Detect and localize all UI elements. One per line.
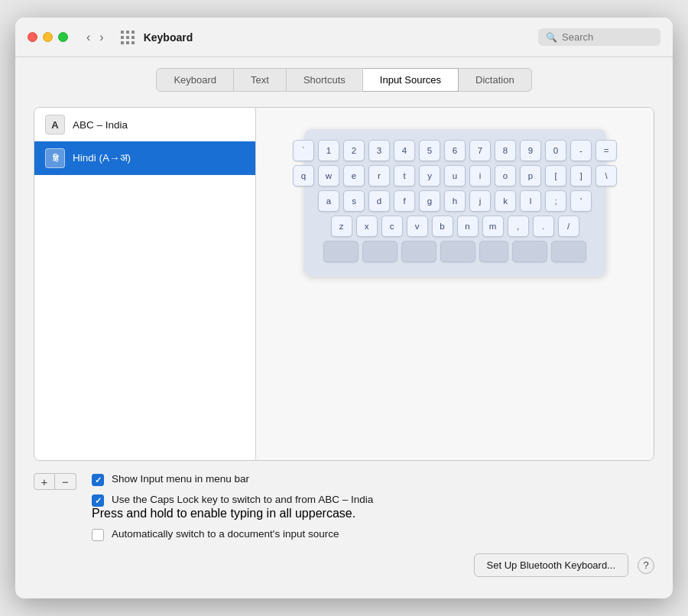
key-g[interactable]: g	[419, 190, 440, 212]
checkmark-icon: ✓	[95, 476, 102, 485]
key-quote[interactable]: '	[570, 190, 592, 212]
tab-dictation[interactable]: Dictation	[459, 68, 532, 92]
key-7[interactable]: 7	[469, 140, 491, 161]
key-y[interactable]: y	[419, 165, 440, 186]
key-q[interactable]: q	[293, 165, 314, 186]
kb-row-3: a s d f g h j k l ; '	[315, 190, 596, 212]
add-source-button[interactable]: +	[34, 473, 55, 490]
key-k[interactable]: k	[495, 190, 516, 212]
key-h[interactable]: h	[444, 190, 466, 212]
key-b[interactable]: b	[432, 216, 453, 237]
source-label-abc: ABC – India	[73, 119, 128, 131]
key-space[interactable]	[479, 241, 508, 262]
apps-grid-icon[interactable]	[121, 31, 135, 44]
options-area: ✓ Show Input menu in menu bar ✓ Use the …	[76, 473, 654, 541]
kb-row-2: q w e r t y u i o p [ ] \	[315, 165, 596, 186]
key-r[interactable]: r	[368, 165, 390, 186]
key-0[interactable]: 0	[545, 140, 566, 161]
key-p[interactable]: p	[520, 165, 541, 186]
add-remove-buttons: + −	[34, 473, 76, 490]
key-2[interactable]: 2	[343, 140, 365, 161]
key-j[interactable]: j	[469, 190, 491, 212]
key-6[interactable]: 6	[444, 140, 466, 161]
key-alt-right[interactable]	[551, 241, 586, 262]
checkbox-auto-switch-box[interactable]	[92, 529, 104, 541]
back-button[interactable]: ‹	[83, 29, 93, 46]
key-9[interactable]: 9	[520, 140, 541, 161]
abc-icon: A	[45, 115, 65, 135]
tab-keyboard[interactable]: Keyboard	[156, 68, 234, 92]
key-cmd-left[interactable]	[440, 241, 475, 262]
main-panel: A ABC – India हि Hindi (A→अ) ` 1 2 3	[34, 107, 654, 461]
remove-source-button[interactable]: −	[55, 473, 76, 490]
search-icon: 🔍	[546, 32, 557, 43]
close-button[interactable]	[28, 32, 37, 42]
setup-bluetooth-button[interactable]: Set Up Bluetooth Keyboard...	[474, 553, 628, 577]
checkbox-show-input-menu: ✓ Show Input menu in menu bar	[92, 473, 654, 486]
tab-input-sources[interactable]: Input Sources	[363, 68, 459, 92]
help-button[interactable]: ?	[638, 557, 654, 574]
source-item-abc[interactable]: A ABC – India	[34, 108, 255, 141]
key-l[interactable]: l	[520, 190, 541, 212]
kb-row-4: z x c v b n m , . /	[315, 216, 596, 237]
key-5[interactable]: 5	[419, 140, 440, 161]
checkbox-show-input-menu-box[interactable]: ✓	[92, 474, 104, 486]
tab-shortcuts[interactable]: Shortcuts	[287, 68, 363, 92]
key-slash[interactable]: /	[558, 216, 579, 237]
tabs-bar: Keyboard Text Shortcuts Input Sources Di…	[15, 57, 673, 92]
checkbox-caps-lock-box[interactable]: ✓	[92, 494, 104, 507]
key-n[interactable]: n	[457, 216, 479, 237]
key-v[interactable]: v	[407, 216, 428, 237]
kb-row-5	[315, 241, 596, 262]
keyboard-window: ‹ › Keyboard 🔍 Keyboard Text Shortcuts I…	[15, 18, 673, 598]
source-item-hindi[interactable]: हि Hindi (A→अ)	[34, 141, 255, 175]
key-semicolon[interactable]: ;	[545, 190, 566, 212]
key-backtick[interactable]: `	[293, 140, 314, 161]
key-e[interactable]: e	[343, 165, 365, 186]
key-d[interactable]: d	[368, 190, 390, 212]
key-fn[interactable]	[323, 241, 359, 262]
tab-text[interactable]: Text	[234, 68, 287, 92]
key-z[interactable]: z	[331, 216, 352, 237]
key-m[interactable]: m	[482, 216, 504, 237]
key-4[interactable]: 4	[394, 140, 415, 161]
bottom-action-row: Set Up Bluetooth Keyboard... ?	[34, 553, 654, 583]
caps-lock-sub-text: Press and hold to enable typing in all u…	[92, 507, 654, 520]
key-minus[interactable]: -	[570, 140, 592, 161]
key-c[interactable]: c	[381, 216, 403, 237]
checkbox-show-input-menu-label: Show Input menu in menu bar	[112, 473, 249, 485]
key-f[interactable]: f	[394, 190, 415, 212]
traffic-lights	[28, 32, 68, 42]
search-box[interactable]: 🔍	[538, 28, 660, 46]
titlebar: ‹ › Keyboard 🔍	[15, 18, 673, 57]
key-backslash[interactable]: \	[596, 165, 617, 186]
key-3[interactable]: 3	[368, 140, 390, 161]
key-alt[interactable]	[401, 241, 436, 262]
key-cmd-right[interactable]	[512, 241, 547, 262]
key-comma[interactable]: ,	[508, 216, 529, 237]
search-input[interactable]	[562, 31, 653, 43]
key-8[interactable]: 8	[495, 140, 516, 161]
key-period[interactable]: .	[533, 216, 554, 237]
key-ctrl[interactable]	[362, 241, 398, 262]
hindi-icon: हि	[45, 148, 65, 168]
maximize-button[interactable]	[58, 32, 68, 42]
key-u[interactable]: u	[444, 165, 466, 186]
key-s[interactable]: s	[343, 190, 365, 212]
key-i[interactable]: i	[469, 165, 491, 186]
key-rbracket[interactable]: ]	[570, 165, 592, 186]
forward-button[interactable]: ›	[96, 29, 106, 46]
key-x[interactable]: x	[356, 216, 378, 237]
key-lbracket[interactable]: [	[545, 165, 566, 186]
checkbox-caps-lock-label: Use the Caps Lock key to switch to and f…	[112, 494, 373, 505]
nav-buttons: ‹ ›	[83, 29, 107, 46]
key-equals[interactable]: =	[596, 140, 617, 161]
keyboard-preview-area: ` 1 2 3 4 5 6 7 8 9 0 - =	[256, 108, 654, 460]
key-a[interactable]: a	[318, 190, 339, 212]
key-w[interactable]: w	[318, 165, 339, 186]
key-t[interactable]: t	[394, 165, 415, 186]
key-o[interactable]: o	[495, 165, 516, 186]
key-1[interactable]: 1	[318, 140, 339, 161]
controls-row: + − ✓ Show Input menu in menu bar	[34, 473, 654, 541]
minimize-button[interactable]	[43, 32, 53, 42]
